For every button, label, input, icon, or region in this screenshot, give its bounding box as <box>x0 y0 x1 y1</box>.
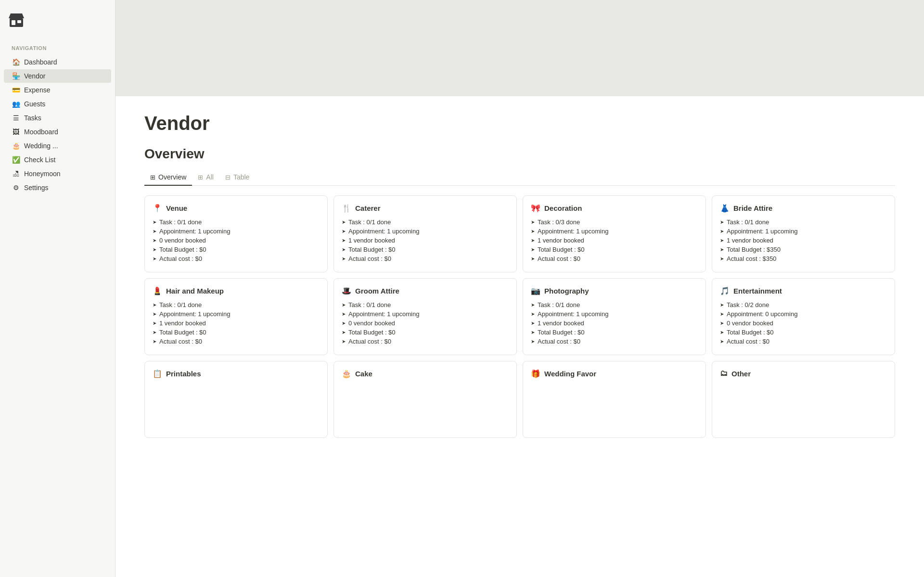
card-row-text: Task : 0/1 done <box>159 301 202 308</box>
card-row-text: Appointment: 1 upcoming <box>727 228 797 235</box>
card-caterer[interactable]: 🍴 Caterer ➤ Task : 0/1 done ➤ Appointmen… <box>334 195 517 272</box>
card-wedding-favor[interactable]: 🎁 Wedding Favor <box>523 361 706 438</box>
card-row-text: Actual cost : $0 <box>159 338 202 345</box>
sidebar-item-label-expense: Expense <box>24 86 50 94</box>
sidebar-item-guests[interactable]: 👥 Guests <box>4 97 111 111</box>
sidebar-item-honeymoon[interactable]: 🏖 Honeymoon <box>4 167 111 180</box>
card-row: ➤ Actual cost : $0 <box>342 338 509 345</box>
card-row: ➤ Task : 0/1 done <box>153 218 320 226</box>
card-row: ➤ Appointment: 1 upcoming <box>531 310 698 318</box>
arrow-icon: ➤ <box>342 247 346 252</box>
arrow-icon: ➤ <box>720 247 724 252</box>
card-row: ➤ Total Budget : $0 <box>531 246 698 253</box>
page-banner <box>116 0 924 96</box>
sidebar-item-checklist[interactable]: ✅ Check List <box>4 153 111 167</box>
sidebar-item-label-checklist: Check List <box>24 156 55 164</box>
card-row: ➤ Actual cost : $0 <box>153 255 320 262</box>
content-area: Vendor Overview ⊞ Overview ⊞ All ⊟ Table… <box>116 96 924 577</box>
card-row-text: 1 vendor booked <box>538 320 584 327</box>
card-header-caterer: 🍴 Caterer <box>342 204 509 213</box>
card-row: ➤ Total Budget : $0 <box>342 329 509 336</box>
card-header-hair-makeup: 💄 Hair and Makeup <box>153 286 320 295</box>
card-cake[interactable]: 🎂 Cake <box>334 361 517 438</box>
card-title-entertainment: Entertainment <box>733 287 782 295</box>
sidebar-item-dashboard[interactable]: 🏠 Dashboard <box>4 55 111 69</box>
card-row-text: Task : 0/1 done <box>727 218 769 226</box>
card-groom-attire[interactable]: 🎩 Groom Attire ➤ Task : 0/1 done ➤ Appoi… <box>334 278 517 355</box>
sidebar-item-expense[interactable]: 💳 Expense <box>4 83 111 97</box>
arrow-icon: ➤ <box>720 229 724 234</box>
card-row: ➤ 1 vendor booked <box>342 237 509 244</box>
arrow-icon: ➤ <box>720 256 724 261</box>
card-title-hair-makeup: Hair and Makeup <box>166 287 224 295</box>
arrow-icon: ➤ <box>153 302 156 308</box>
card-row-text: Actual cost : $0 <box>538 338 580 345</box>
card-icon-groom-attire: 🎩 <box>342 286 351 295</box>
arrow-icon: ➤ <box>342 330 346 335</box>
card-icon-decoration: 🎀 <box>531 204 540 213</box>
card-row: ➤ Appointment: 1 upcoming <box>153 310 320 318</box>
arrow-icon: ➤ <box>531 247 535 252</box>
arrow-icon: ➤ <box>720 302 724 308</box>
card-row: ➤ Total Budget : $0 <box>720 329 887 336</box>
card-row-text: Total Budget : $0 <box>538 246 585 253</box>
tab-overview[interactable]: ⊞ Overview <box>144 169 192 186</box>
card-row: ➤ 0 vendor booked <box>720 320 887 327</box>
vendor-page-icon <box>8 12 25 29</box>
card-decoration[interactable]: 🎀 Decoration ➤ Task : 0/3 done ➤ Appoint… <box>523 195 706 272</box>
card-row: ➤ Actual cost : $350 <box>720 255 887 262</box>
card-row-text: 1 vendor booked <box>348 237 395 244</box>
card-bride-attire[interactable]: 👗 Bride Attire ➤ Task : 0/1 done ➤ Appoi… <box>712 195 895 272</box>
card-row-text: Total Budget : $0 <box>348 246 396 253</box>
guests-icon: 👥 <box>12 100 20 108</box>
card-icon-wedding-favor: 🎁 <box>531 369 540 378</box>
card-row: ➤ Appointment: 0 upcoming <box>720 310 887 318</box>
tab-icon-overview: ⊞ <box>150 174 155 181</box>
arrow-icon: ➤ <box>531 238 535 243</box>
tab-table[interactable]: ⊟ Table <box>219 169 255 186</box>
arrow-icon: ➤ <box>153 256 156 261</box>
card-row-text: Actual cost : $350 <box>727 255 776 262</box>
sidebar-item-vendor[interactable]: 🏪 Vendor <box>4 69 111 83</box>
card-title-printables: Printables <box>166 370 201 378</box>
card-row: ➤ Actual cost : $0 <box>342 255 509 262</box>
tab-all[interactable]: ⊞ All <box>192 169 219 186</box>
card-venue[interactable]: 📍 Venue ➤ Task : 0/1 done ➤ Appointment:… <box>144 195 328 272</box>
card-row: ➤ 1 vendor booked <box>720 237 887 244</box>
honeymoon-icon: 🏖 <box>12 169 20 178</box>
arrow-icon: ➤ <box>531 302 535 308</box>
sidebar-items: 🏠 Dashboard 🏪 Vendor 💳 Expense 👥 Guests … <box>0 55 115 195</box>
card-row: ➤ Appointment: 1 upcoming <box>153 228 320 235</box>
sidebar-item-label-moodboard: Moodboard <box>24 128 58 136</box>
card-other[interactable]: 🗂 Other <box>712 361 895 438</box>
arrow-icon: ➤ <box>342 321 346 326</box>
card-icon-hair-makeup: 💄 <box>153 286 162 295</box>
arrow-icon: ➤ <box>531 229 535 234</box>
card-row-text: Total Budget : $0 <box>727 329 774 336</box>
card-printables[interactable]: 📋 Printables <box>144 361 328 438</box>
card-row: ➤ 1 vendor booked <box>531 237 698 244</box>
card-row-text: Appointment: 0 upcoming <box>727 310 797 318</box>
card-row-text: Task : 0/1 done <box>538 301 580 308</box>
sidebar-item-tasks[interactable]: ☰ Tasks <box>4 111 111 125</box>
card-row-text: Actual cost : $0 <box>538 255 580 262</box>
card-title-caterer: Caterer <box>355 204 381 212</box>
arrow-icon: ➤ <box>153 238 156 243</box>
arrow-icon: ➤ <box>531 219 535 225</box>
card-photography[interactable]: 📷 Photography ➤ Task : 0/1 done ➤ Appoin… <box>523 278 706 355</box>
card-row-text: 0 vendor booked <box>727 320 773 327</box>
card-row: ➤ Actual cost : $0 <box>720 338 887 345</box>
card-entertainment[interactable]: 🎵 Entertainment ➤ Task : 0/2 done ➤ Appo… <box>712 278 895 355</box>
card-row-text: Actual cost : $0 <box>727 338 770 345</box>
sidebar-item-settings[interactable]: ⚙ Settings <box>4 181 111 194</box>
card-header-entertainment: 🎵 Entertainment <box>720 286 887 295</box>
card-row: ➤ 0 vendor booked <box>153 237 320 244</box>
card-row-text: Total Budget : $0 <box>538 329 585 336</box>
sidebar-item-moodboard[interactable]: 🖼 Moodboard <box>4 125 111 139</box>
main-content: Vendor Overview ⊞ Overview ⊞ All ⊟ Table… <box>116 0 924 577</box>
card-hair-makeup[interactable]: 💄 Hair and Makeup ➤ Task : 0/1 done ➤ Ap… <box>144 278 328 355</box>
page-title: Vendor <box>144 108 210 135</box>
settings-icon: ⚙ <box>12 183 20 192</box>
sidebar-item-label-settings: Settings <box>24 184 49 192</box>
sidebar-item-wedding[interactable]: 🎂 Wedding ... <box>4 139 111 153</box>
